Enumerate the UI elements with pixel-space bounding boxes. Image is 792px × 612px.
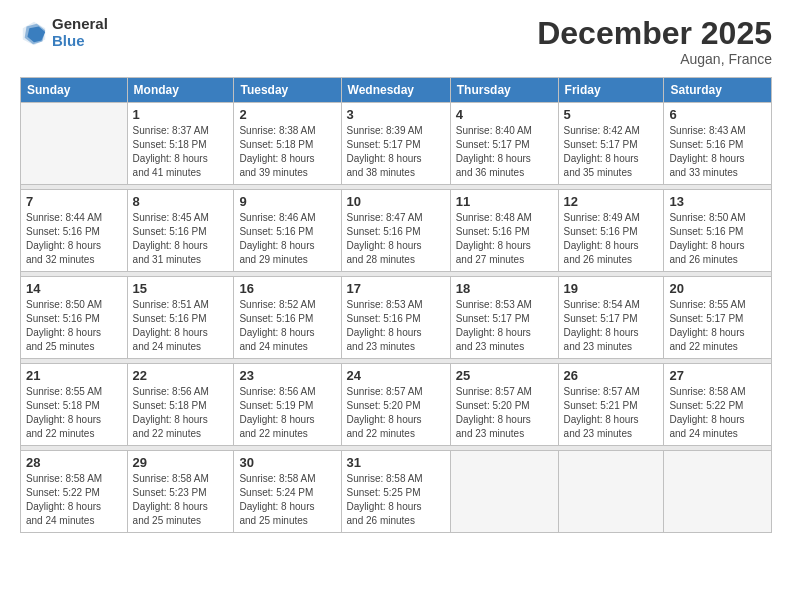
day-number: 1: [133, 107, 229, 122]
daylight-text: Daylight: 8 hours: [133, 327, 208, 338]
sunrise-text: Sunrise: 8:51 AM: [133, 299, 209, 310]
day-info: Sunrise: 8:46 AMSunset: 5:16 PMDaylight:…: [239, 211, 335, 267]
subtitle: Augan, France: [537, 51, 772, 67]
sunrise-text: Sunrise: 8:58 AM: [26, 473, 102, 484]
day-number: 22: [133, 368, 229, 383]
day-number: 27: [669, 368, 766, 383]
col-sunday: Sunday: [21, 78, 128, 103]
sunrise-text: Sunrise: 8:50 AM: [669, 212, 745, 223]
sunset-text: Sunset: 5:18 PM: [133, 400, 207, 411]
sunrise-text: Sunrise: 8:58 AM: [347, 473, 423, 484]
day-cell: 13Sunrise: 8:50 AMSunset: 5:16 PMDayligh…: [664, 190, 772, 272]
daylight-minutes: and 26 minutes: [564, 254, 632, 265]
sunrise-text: Sunrise: 8:43 AM: [669, 125, 745, 136]
day-info: Sunrise: 8:57 AMSunset: 5:21 PMDaylight:…: [564, 385, 659, 441]
day-cell: [21, 103, 128, 185]
page: General Blue December 2025 Augan, France…: [0, 0, 792, 612]
daylight-minutes: and 24 minutes: [133, 341, 201, 352]
week-row-0: 1Sunrise: 8:37 AMSunset: 5:18 PMDaylight…: [21, 103, 772, 185]
sunset-text: Sunset: 5:18 PM: [26, 400, 100, 411]
day-info: Sunrise: 8:58 AMSunset: 5:25 PMDaylight:…: [347, 472, 445, 528]
day-cell: 29Sunrise: 8:58 AMSunset: 5:23 PMDayligh…: [127, 451, 234, 533]
daylight-text: Daylight: 8 hours: [133, 153, 208, 164]
day-number: 31: [347, 455, 445, 470]
daylight-minutes: and 22 minutes: [26, 428, 94, 439]
day-number: 4: [456, 107, 553, 122]
sunrise-text: Sunrise: 8:52 AM: [239, 299, 315, 310]
day-number: 30: [239, 455, 335, 470]
sunrise-text: Sunrise: 8:57 AM: [347, 386, 423, 397]
day-cell: 15Sunrise: 8:51 AMSunset: 5:16 PMDayligh…: [127, 277, 234, 359]
sunrise-text: Sunrise: 8:57 AM: [456, 386, 532, 397]
col-saturday: Saturday: [664, 78, 772, 103]
day-info: Sunrise: 8:55 AMSunset: 5:17 PMDaylight:…: [669, 298, 766, 354]
day-info: Sunrise: 8:53 AMSunset: 5:17 PMDaylight:…: [456, 298, 553, 354]
sunrise-text: Sunrise: 8:50 AM: [26, 299, 102, 310]
day-number: 7: [26, 194, 122, 209]
daylight-text: Daylight: 8 hours: [239, 153, 314, 164]
day-cell: 3Sunrise: 8:39 AMSunset: 5:17 PMDaylight…: [341, 103, 450, 185]
day-cell: [450, 451, 558, 533]
day-number: 29: [133, 455, 229, 470]
sunrise-text: Sunrise: 8:37 AM: [133, 125, 209, 136]
logo-text: General Blue: [52, 16, 108, 49]
day-number: 16: [239, 281, 335, 296]
daylight-text: Daylight: 8 hours: [239, 501, 314, 512]
sunset-text: Sunset: 5:16 PM: [239, 313, 313, 324]
sunrise-text: Sunrise: 8:47 AM: [347, 212, 423, 223]
daylight-text: Daylight: 8 hours: [26, 501, 101, 512]
sunrise-text: Sunrise: 8:56 AM: [133, 386, 209, 397]
daylight-text: Daylight: 8 hours: [564, 327, 639, 338]
sunset-text: Sunset: 5:18 PM: [133, 139, 207, 150]
day-cell: 5Sunrise: 8:42 AMSunset: 5:17 PMDaylight…: [558, 103, 664, 185]
day-number: 23: [239, 368, 335, 383]
sunset-text: Sunset: 5:18 PM: [239, 139, 313, 150]
day-number: 10: [347, 194, 445, 209]
calendar: Sunday Monday Tuesday Wednesday Thursday…: [20, 77, 772, 533]
sunrise-text: Sunrise: 8:54 AM: [564, 299, 640, 310]
sunset-text: Sunset: 5:17 PM: [347, 139, 421, 150]
daylight-text: Daylight: 8 hours: [669, 240, 744, 251]
daylight-text: Daylight: 8 hours: [456, 240, 531, 251]
daylight-minutes: and 24 minutes: [26, 515, 94, 526]
sunset-text: Sunset: 5:24 PM: [239, 487, 313, 498]
day-cell: 14Sunrise: 8:50 AMSunset: 5:16 PMDayligh…: [21, 277, 128, 359]
day-cell: 11Sunrise: 8:48 AMSunset: 5:16 PMDayligh…: [450, 190, 558, 272]
day-number: 8: [133, 194, 229, 209]
sunrise-text: Sunrise: 8:58 AM: [133, 473, 209, 484]
day-cell: 20Sunrise: 8:55 AMSunset: 5:17 PMDayligh…: [664, 277, 772, 359]
week-row-1: 7Sunrise: 8:44 AMSunset: 5:16 PMDaylight…: [21, 190, 772, 272]
daylight-text: Daylight: 8 hours: [133, 414, 208, 425]
week-row-2: 14Sunrise: 8:50 AMSunset: 5:16 PMDayligh…: [21, 277, 772, 359]
sunset-text: Sunset: 5:16 PM: [239, 226, 313, 237]
day-number: 25: [456, 368, 553, 383]
day-cell: 22Sunrise: 8:56 AMSunset: 5:18 PMDayligh…: [127, 364, 234, 446]
day-cell: 9Sunrise: 8:46 AMSunset: 5:16 PMDaylight…: [234, 190, 341, 272]
sunset-text: Sunset: 5:16 PM: [456, 226, 530, 237]
daylight-minutes: and 22 minutes: [239, 428, 307, 439]
sunset-text: Sunset: 5:20 PM: [456, 400, 530, 411]
daylight-minutes: and 39 minutes: [239, 167, 307, 178]
daylight-text: Daylight: 8 hours: [239, 414, 314, 425]
sunrise-text: Sunrise: 8:46 AM: [239, 212, 315, 223]
day-number: 5: [564, 107, 659, 122]
daylight-text: Daylight: 8 hours: [669, 327, 744, 338]
col-wednesday: Wednesday: [341, 78, 450, 103]
day-info: Sunrise: 8:54 AMSunset: 5:17 PMDaylight:…: [564, 298, 659, 354]
daylight-minutes: and 25 minutes: [133, 515, 201, 526]
sunset-text: Sunset: 5:21 PM: [564, 400, 638, 411]
day-cell: 25Sunrise: 8:57 AMSunset: 5:20 PMDayligh…: [450, 364, 558, 446]
day-info: Sunrise: 8:56 AMSunset: 5:19 PMDaylight:…: [239, 385, 335, 441]
day-cell: 31Sunrise: 8:58 AMSunset: 5:25 PMDayligh…: [341, 451, 450, 533]
day-cell: 4Sunrise: 8:40 AMSunset: 5:17 PMDaylight…: [450, 103, 558, 185]
day-info: Sunrise: 8:49 AMSunset: 5:16 PMDaylight:…: [564, 211, 659, 267]
day-cell: 28Sunrise: 8:58 AMSunset: 5:22 PMDayligh…: [21, 451, 128, 533]
day-number: 17: [347, 281, 445, 296]
daylight-text: Daylight: 8 hours: [669, 414, 744, 425]
sunrise-text: Sunrise: 8:48 AM: [456, 212, 532, 223]
sunset-text: Sunset: 5:16 PM: [26, 226, 100, 237]
daylight-minutes: and 38 minutes: [347, 167, 415, 178]
main-title: December 2025: [537, 16, 772, 51]
daylight-text: Daylight: 8 hours: [239, 327, 314, 338]
sunset-text: Sunset: 5:16 PM: [564, 226, 638, 237]
